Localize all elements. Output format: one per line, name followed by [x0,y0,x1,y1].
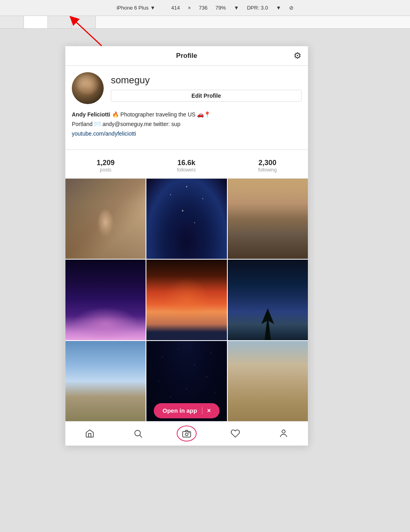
tab-item-2[interactable] [24,16,48,28]
posts-count: 1,209 [97,159,114,167]
posts-label: posts [97,167,114,173]
posts-stat[interactable]: 1,209 posts [97,159,114,173]
username: someguy [111,75,302,86]
profile-info: someguy Edit Profile Andy Feliciotti 🔥 P… [65,66,308,150]
bottom-nav [65,421,308,445]
user-icon [279,429,288,438]
phone-frame: Profile ⚙ someguy Edit Profile Andy Feli… [65,46,308,446]
nav-heart[interactable] [225,426,245,441]
bio-text: 🔥 Photographer traveling the US 🚗📍 [112,111,211,118]
svg-point-1 [135,430,140,436]
photo-9[interactable] [228,341,308,421]
photo-grid [65,179,308,421]
following-stat[interactable]: 2,300 following [258,159,277,173]
svg-point-5 [189,432,189,433]
camera-icon [182,429,191,438]
browser-bar: iPhone 6 Plus ▼ 414 × 736 79% ▼ DPR: 3.0… [0,0,410,16]
bio-location: Portland ✉️ andy@someguy.me twitter: sup [72,121,180,127]
bio-name: Andy Feliciotti [72,111,110,118]
zoom-arrow[interactable]: ▼ [234,5,239,11]
bio-link[interactable]: youtube.com/andyfeliciotti [72,130,136,137]
tab-item-4[interactable] [72,16,96,28]
svg-point-6 [282,430,285,433]
following-count: 2,300 [258,159,277,167]
profile-right: someguy Edit Profile [111,75,302,102]
zoom-level: 79% [215,5,226,11]
device-label[interactable]: iPhone 6 Plus ▼ [116,5,155,11]
nav-search[interactable] [128,426,148,441]
heart-icon [231,429,240,438]
tab-bar [0,16,410,29]
open-in-app-label: Open in app [162,407,197,414]
followers-stat[interactable]: 16.6k followers [177,159,195,173]
nav-camera[interactable] [177,426,197,441]
edit-profile-button[interactable]: Edit Profile [111,90,302,102]
home-icon [85,429,95,438]
viewport-height: 736 [199,5,208,11]
following-label: following [258,167,277,173]
photo-7[interactable] [65,341,146,421]
dropdown-arrow[interactable]: ▼ [150,5,155,11]
photo-5[interactable] [146,260,227,340]
viewport-width: 414 [171,5,180,11]
open-in-app-divider [202,407,202,414]
profile-header: Profile ⚙ [65,46,308,66]
bio: Andy Feliciotti 🔥 Photographer traveling… [72,110,302,138]
screen-icon: ⊘ [289,5,294,11]
settings-icon[interactable]: ⚙ [294,51,302,61]
search-icon [133,429,143,438]
photo-4[interactable] [65,260,146,340]
photo-6[interactable] [228,260,308,340]
times-symbol: × [188,5,191,11]
dpr-label: DPR: 3.0 [247,5,268,11]
stats-divider [65,150,308,150]
followers-label: followers [177,167,195,173]
photo-3[interactable] [228,179,308,259]
page-title: Profile [176,52,197,60]
stats-row: 1,209 posts 16.6k followers 2,300 follow… [65,155,308,179]
profile-top: someguy Edit Profile [72,72,302,104]
device-name: iPhone 6 Plus [116,5,148,11]
svg-line-2 [140,435,142,437]
tab-item-1[interactable] [0,16,24,28]
open-in-app-banner[interactable]: Open in app × [154,403,219,418]
dpr-arrow[interactable]: ▼ [276,5,281,11]
nav-profile[interactable] [274,426,294,441]
svg-point-4 [185,433,188,435]
avatar [72,72,104,104]
followers-count: 16.6k [177,159,195,167]
nav-home[interactable] [80,426,100,441]
tab-item-3[interactable] [48,16,72,28]
photo-2[interactable] [146,179,227,259]
photo-1[interactable] [65,179,146,259]
open-in-app-close[interactable]: × [207,407,211,414]
